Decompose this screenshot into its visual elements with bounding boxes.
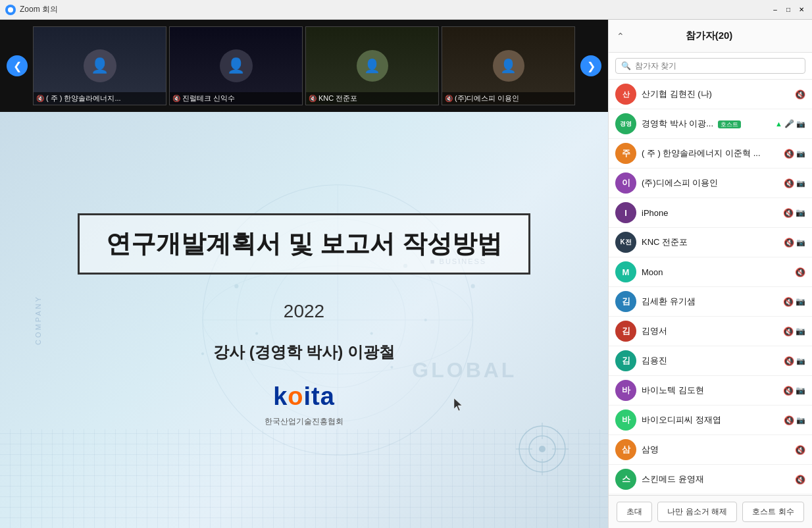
participant-icons-4: 🔇 📷: [784, 178, 805, 188]
cam-icon-3: 📷: [796, 149, 805, 158]
participant-icons-6: 🔇 📷: [784, 238, 805, 248]
koita-brand: koita: [273, 383, 335, 411]
mute-icon-6: 🔇: [784, 238, 794, 248]
avatar-14: 스: [615, 469, 636, 490]
participant-name-14: 스킨메드 윤영재: [642, 473, 790, 485]
participant-item-5[interactable]: I iPhone 🔇 📷: [609, 198, 812, 228]
koita-logo: koita 한국산업기술진흥협회: [78, 383, 530, 427]
participant-item-14[interactable]: 스 스킨메드 윤영재 🔇: [609, 465, 812, 494]
participant-item-10[interactable]: 김 김용진 🔇 📷: [609, 346, 812, 376]
cam-icon-10: 📷: [796, 357, 805, 365]
thumbnail-item-4[interactable]: 👤 🔇 (주)디에스피 이용인: [442, 26, 575, 105]
presentation-content: 연구개발계획서 및 보고서 작성방법 2022 강사 (경영학 박사) 이광철 …: [78, 213, 530, 427]
search-box: 🔍: [609, 53, 812, 80]
participant-icons-2: ▲ 🎤 📷: [775, 119, 805, 128]
prev-thumbnail-button[interactable]: ❮: [7, 55, 28, 76]
thumbnail-strip: ❮ 👤 🔇 ( 주 ) 한양솔라에너지... 👤 🔇 진럴테크 신익수: [0, 20, 608, 112]
mute-icon-7: 🔇: [795, 267, 805, 277]
participant-name-10: 김용진: [642, 355, 778, 367]
participant-icons-13: 🔇: [795, 445, 805, 455]
participant-name-2: 경영학 박사 이광... 호스트: [642, 118, 770, 130]
avatar-12: 바: [615, 409, 636, 431]
participant-icons-10: 🔇 📷: [784, 356, 805, 366]
participant-icons-3: 🔇 📷: [784, 149, 805, 159]
avatar-7: M: [615, 261, 636, 282]
mute-icon-11: 🔇: [783, 386, 794, 396]
mute-icon-9: 🔇: [783, 327, 794, 336]
mute-icon-12: 🔇: [784, 415, 794, 425]
avatar-5: I: [615, 202, 636, 223]
mute-icon-13: 🔇: [795, 445, 805, 455]
participant-item-6[interactable]: K전 KNC 전준포 🔇 📷: [609, 228, 812, 257]
participant-icons-9: 🔇 📷: [783, 327, 805, 336]
avatar-2: 경영: [615, 113, 636, 134]
cam-icon-6: 📷: [796, 238, 805, 247]
participant-item-13[interactable]: 삼 삼영 🔇: [609, 435, 812, 465]
participant-icons-11: 🔇 📷: [783, 386, 805, 396]
svg-point-19: [539, 446, 546, 452]
thumbnail-label-2: 🔇 진럴테크 신익수: [170, 92, 302, 105]
search-icon: 🔍: [621, 61, 631, 70]
unmute-all-button[interactable]: 나만 음소거 해제: [657, 502, 737, 522]
presentation-instructor: 강사 (경영학 박사) 이광철: [78, 342, 530, 363]
reclaim-host-button[interactable]: 호스트 회수: [742, 502, 803, 522]
mute-icon-5: 🔇: [783, 208, 794, 218]
thumbnail-item-3[interactable]: 👤 🔇 KNC 전준포: [305, 26, 439, 105]
cam-icon-12: 📷: [796, 416, 805, 425]
mute-icon-4: 🔇: [784, 178, 794, 188]
cam-icon-2: 📷: [796, 120, 805, 128]
minimize-button[interactable]: –: [770, 5, 780, 15]
video-area: ❮ 👤 🔇 ( 주 ) 한양솔라에너지... 👤 🔇 진럴테크 신익수: [0, 20, 608, 528]
thumbnail-label-1: 🔇 ( 주 ) 한양솔라에너지...: [34, 92, 166, 105]
participant-name-7: Moon: [642, 267, 790, 277]
participant-name-5: iPhone: [642, 208, 778, 218]
participant-item-12[interactable]: 바 바이오디피씨 정재엽 🔇 📷: [609, 406, 812, 435]
invite-button[interactable]: 초대: [617, 502, 652, 522]
thumbnail-label-4: 🔇 (주)디에스피 이용인: [442, 92, 574, 105]
mute-icon-thumb-1: 🔇: [36, 95, 44, 102]
next-thumbnail-button[interactable]: ❯: [580, 55, 601, 76]
search-input-wrap: 🔍: [615, 58, 805, 74]
mic-icon-2: 🎤: [784, 119, 794, 128]
mute-icon-thumb-2: 🔇: [172, 95, 180, 102]
presentation-year: 2022: [78, 301, 530, 322]
participant-name-8: 김세환 유기샘: [642, 296, 778, 307]
mute-icon-1: 🔇: [795, 90, 805, 99]
panel-chevron-icon[interactable]: ⌃: [617, 31, 624, 41]
thumbnail-item-2[interactable]: 👤 🔇 진럴테크 신익수: [169, 26, 303, 105]
panel-title: 참가자(20): [686, 30, 733, 42]
participant-item-2[interactable]: 경영 경영학 박사 이광... 호스트 ▲ 🎤 📷: [609, 109, 812, 139]
search-input[interactable]: [635, 61, 799, 70]
participant-name-13: 삼영: [642, 444, 790, 456]
participant-item-4[interactable]: 이 (주)디에스피 이용인 🔇 📷: [609, 169, 812, 198]
avatar-1: 산: [615, 84, 636, 105]
thumbnail-item-1[interactable]: 👤 🔇 ( 주 ) 한양솔라에너지...: [33, 26, 166, 105]
company-text: COMPANY: [34, 295, 42, 345]
participant-item-11[interactable]: 바 바이노텍 김도현 🔇 📷: [609, 376, 812, 406]
participant-item-7[interactable]: M Moon 🔇: [609, 257, 812, 287]
participant-item-1[interactable]: 산 산기협 김현진 (나) 🔇: [609, 80, 812, 109]
participant-item-3[interactable]: 주 ( 주 ) 한양솔라에너지 이준혁 ... 🔇 📷: [609, 139, 812, 169]
participant-name-11: 바이노텍 김도현: [642, 384, 778, 396]
svg-point-0: [8, 7, 13, 13]
avatar-11: 바: [615, 380, 636, 401]
close-button[interactable]: ✕: [796, 5, 807, 15]
participant-item-8[interactable]: 김 김세환 유기샘 🔇 📷: [609, 287, 812, 317]
presentation-area: COMPANY GLOBAL ■ BUSINESS 연구개발계획서 및 보고서 …: [0, 112, 608, 528]
panel-header: ⌃ 참가자(20): [609, 20, 812, 53]
participant-name-12: 바이오디피씨 정재엽: [642, 414, 778, 426]
participant-name-9: 김영서: [642, 325, 778, 337]
mute-icon-3: 🔇: [784, 149, 794, 159]
participant-item-9[interactable]: 김 김영서 🔇 📷: [609, 317, 812, 346]
app-icon: [5, 5, 16, 15]
maximize-button[interactable]: □: [783, 5, 794, 15]
thumbnail-label-3: 🔇 KNC 전준포: [306, 92, 438, 105]
cam-icon-8: 📷: [796, 297, 805, 306]
participants-list[interactable]: 산 산기협 김현진 (나) 🔇 경영 경영학 박사 이광... 호스트 ▲ 🎤 …: [609, 80, 812, 495]
avatar-8: 김: [615, 291, 636, 312]
avatar-10: 김: [615, 350, 636, 371]
arrow-up-icon-2: ▲: [775, 120, 782, 128]
participant-name-3: ( 주 ) 한양솔라에너지 이준혁 ...: [642, 147, 778, 159]
window-controls: – □ ✕: [770, 5, 807, 15]
mute-icon-8: 🔇: [783, 297, 794, 307]
